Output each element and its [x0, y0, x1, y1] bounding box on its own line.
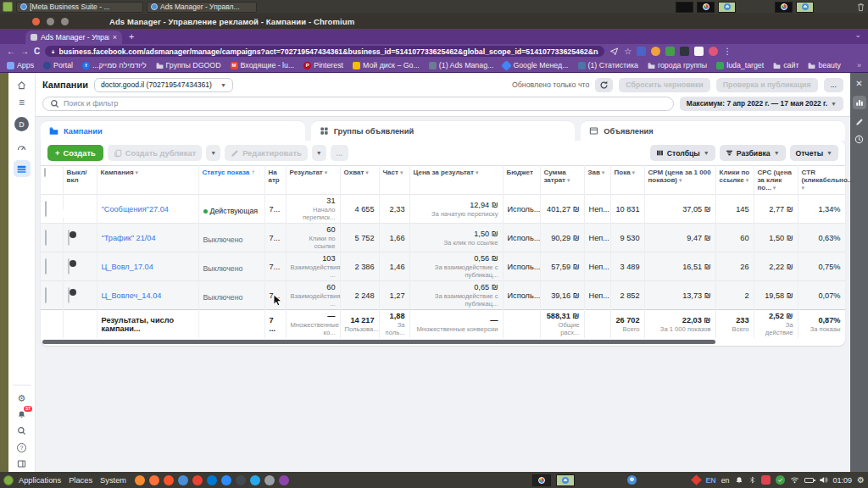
duplicate-dropdown-button[interactable]: ▼: [206, 145, 220, 161]
settings-gear-icon[interactable]: ⚙: [18, 393, 26, 403]
bookmark-portal[interactable]: Portal: [43, 61, 73, 69]
collapse-panel-icon[interactable]: [17, 459, 26, 469]
workspace-thumb-chrome[interactable]: [697, 2, 715, 13]
workspace-thumb[interactable]: [676, 2, 693, 13]
extension-icon-5[interactable]: [694, 47, 704, 56]
charts-panel-button[interactable]: [853, 96, 866, 109]
campaigns-table-icon[interactable]: [14, 160, 31, 177]
browser-menu-icon[interactable]: ⋮: [723, 47, 732, 56]
app-icon-chrome[interactable]: [192, 475, 203, 485]
bell-icon[interactable]: [735, 476, 743, 485]
workspace-thumb-chromium-2[interactable]: [796, 2, 814, 13]
language-indicator-caps[interactable]: EN: [705, 476, 715, 485]
extension-icon-4[interactable]: [680, 47, 689, 56]
home-icon[interactable]: [17, 80, 26, 90]
duplicate-button[interactable]: Создать дубликат: [108, 145, 203, 161]
app-icon-telegram[interactable]: [250, 475, 260, 485]
notifications-bell-icon[interactable]: 37: [17, 409, 26, 419]
tab-campaigns[interactable]: Кампании: [41, 121, 305, 141]
column-header-cost[interactable]: Цена за результат ▾: [409, 166, 503, 195]
column-header-cpc[interactable]: CPC (цена за клик по... ▾: [754, 166, 798, 195]
reports-button[interactable]: Отчеты▼: [790, 145, 838, 161]
workspace-thumb-chromium[interactable]: [718, 2, 736, 13]
app-icon-calculator[interactable]: [264, 475, 275, 485]
dashboard-speedometer-icon[interactable]: [17, 143, 26, 152]
edit-pencil-icon[interactable]: [855, 118, 864, 126]
column-header-name[interactable]: Кампания ▾: [97, 166, 198, 195]
app-icon-chromium[interactable]: [178, 475, 188, 485]
column-header-cpm[interactable]: CPM (цена за 1 000 показов) ▾: [644, 166, 715, 195]
avatar[interactable]: D: [14, 117, 29, 131]
bookmark-apps[interactable]: Apps: [7, 61, 34, 69]
column-header-spent[interactable]: Сумма затрат ▾: [540, 166, 584, 195]
tray-app-red-icon[interactable]: [761, 475, 771, 485]
tabstrip-chevron-icon[interactable]: ⌄: [854, 30, 861, 39]
app-icon-skype[interactable]: [207, 475, 217, 485]
menu-places[interactable]: Places: [69, 476, 92, 485]
column-header-attr[interactable]: На атр: [264, 166, 286, 195]
desktop-menu-icon[interactable]: [3, 2, 13, 12]
bookmark-gads[interactable]: Google Менед...: [503, 61, 568, 69]
new-tab-button[interactable]: +: [129, 31, 134, 42]
history-clock-icon[interactable]: [854, 135, 864, 144]
profile-avatar-icon[interactable]: [709, 47, 718, 56]
back-icon[interactable]: ←: [7, 47, 15, 56]
bookmarks-overflow-icon[interactable]: »: [857, 61, 861, 69]
checkbox[interactable]: [45, 201, 47, 217]
search-filter-input[interactable]: Поиск и фильтр: [42, 97, 674, 111]
extension-icon-3[interactable]: [665, 47, 675, 56]
window-maximize-button[interactable]: [61, 18, 69, 25]
date-range-selector[interactable]: Максимум: 7 апр 2022 г. — 17 мая 2022 г.…: [680, 97, 843, 111]
column-header-toggle[interactable]: Выкл/вкл: [63, 166, 97, 195]
window-minimize-button[interactable]: [47, 18, 54, 25]
app-icon-zoom[interactable]: [221, 475, 231, 485]
column-header-zav[interactable]: Зав ▾: [584, 166, 610, 195]
window-box-chrome[interactable]: [532, 474, 551, 486]
app-icon-gimp[interactable]: [135, 475, 145, 485]
extension-icon-1[interactable]: [637, 47, 646, 56]
bookmark-stats[interactable]: (1) Статистика: [578, 61, 638, 69]
wifi-icon[interactable]: [790, 475, 799, 485]
campaign-toggle[interactable]: [68, 230, 70, 246]
scrollbar-thumb[interactable]: [42, 340, 715, 344]
menu-hamburger-icon[interactable]: ≡: [19, 97, 25, 108]
app-icon-firefox[interactable]: [149, 475, 159, 485]
column-header-freq[interactable]: Част ▾: [379, 166, 409, 195]
window-box-chromium[interactable]: [556, 474, 575, 486]
column-header-clicks[interactable]: Клики по ссылке ▾: [715, 166, 754, 195]
extension-icon-2[interactable]: [651, 47, 660, 56]
bookmark-facebook[interactable]: f...ליודמילה סמייק: [82, 61, 147, 69]
app-icon-screenshot[interactable]: [236, 475, 246, 485]
browser-tab[interactable]: Ads Manager - Управлен... ×: [25, 30, 122, 44]
create-button[interactable]: +Создать: [47, 145, 103, 161]
campaign-name-link[interactable]: Ц_Вовлеч_14.04: [102, 291, 194, 300]
checkbox[interactable]: [45, 258, 47, 274]
trash-icon[interactable]: [856, 3, 865, 12]
workspace-thumb-chrome-2[interactable]: [775, 2, 793, 13]
bookmark-ads[interactable]: (1) Ads Manag...: [429, 61, 494, 69]
account-selector[interactable]: doctor.good.il (702719547434361) ▼: [94, 78, 233, 92]
header-more-button[interactable]: ...: [824, 78, 843, 92]
tab-close-icon[interactable]: ×: [113, 33, 117, 42]
edit-button[interactable]: Редактировать: [225, 145, 308, 161]
column-header-status[interactable]: Статус показа ↑: [198, 166, 264, 195]
tab-ad-sets[interactable]: Группы объявлений: [311, 121, 576, 141]
chromium-tray-icon[interactable]: [627, 475, 637, 485]
menu-applications[interactable]: Applications: [19, 476, 61, 485]
language-indicator[interactable]: en: [721, 476, 730, 485]
tab-ads[interactable]: Объявления: [581, 121, 845, 141]
columns-button[interactable]: Столбцы▼: [650, 145, 715, 161]
campaign-toggle[interactable]: [68, 287, 70, 303]
checkbox[interactable]: [45, 287, 47, 303]
review-publish-button[interactable]: Проверка и публикация: [716, 78, 818, 92]
campaign-toggle[interactable]: [68, 258, 70, 274]
discard-drafts-button[interactable]: Сбросить черновики: [619, 78, 709, 92]
bookmark-folder[interactable]: сайт: [773, 61, 798, 69]
forward-icon[interactable]: →: [20, 47, 29, 56]
tray-app-check-icon[interactable]: [776, 475, 785, 485]
campaign-name-link[interactable]: "Трафик" 21/04: [102, 234, 194, 242]
app-icon-brave[interactable]: [164, 475, 174, 485]
bluetooth-icon[interactable]: [748, 475, 756, 485]
refresh-button[interactable]: [595, 78, 613, 92]
checkbox[interactable]: [44, 168, 46, 177]
